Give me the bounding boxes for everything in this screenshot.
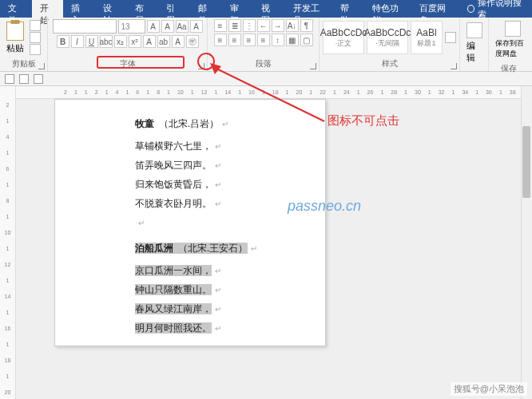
cut-icon[interactable]: [30, 20, 41, 31]
annotation-callout: 图标不可点击: [328, 113, 399, 128]
bullets-icon[interactable]: ≡: [214, 19, 227, 32]
font-color-icon[interactable]: A: [172, 35, 185, 48]
change-case-icon[interactable]: Aa: [176, 20, 189, 33]
clipboard-launcher-icon[interactable]: [38, 63, 45, 69]
qat-undo-icon[interactable]: [19, 74, 29, 84]
tell-me-search[interactable]: 操作说明搜索: [459, 0, 532, 18]
poem1-line1: 草铺横野六七里，: [135, 140, 212, 152]
cloud-save-icon: [505, 21, 521, 37]
align-center-icon[interactable]: ≡: [228, 34, 241, 46]
tab-mailings[interactable]: 邮件: [190, 0, 222, 18]
multilevel-icon[interactable]: ⋮: [243, 19, 256, 32]
underline-icon[interactable]: U: [85, 35, 98, 48]
scrollbar-thumb[interactable]: [522, 126, 530, 198]
poem2-line4: 明月何时照我还。: [135, 322, 212, 334]
lightbulb-icon: [467, 5, 474, 13]
qat-redo-icon[interactable]: [34, 74, 43, 84]
poem2-line1: 京口瓜洲一水间，: [135, 265, 212, 276]
find-icon: [466, 22, 482, 38]
tab-review[interactable]: 审阅: [222, 0, 254, 18]
poem1-line3: 归来饱饭黄昏后，: [135, 179, 212, 190]
strike-icon[interactable]: abc: [100, 35, 113, 48]
svg-line-0: [215, 68, 324, 121]
styles-more-icon[interactable]: [445, 32, 456, 43]
clear-format-icon[interactable]: A: [190, 20, 203, 33]
font-name-combo[interactable]: [53, 19, 117, 34]
tab-home[interactable]: 开始: [32, 0, 64, 18]
sort-icon[interactable]: A↓: [286, 19, 299, 32]
paste-label: 粘贴: [6, 42, 24, 54]
tab-view[interactable]: 视图: [253, 0, 285, 18]
show-marks-icon[interactable]: ¶: [300, 19, 313, 32]
numbering-icon[interactable]: ≣: [228, 19, 241, 32]
return-mark-icon: ↵: [215, 142, 221, 151]
superscript-icon[interactable]: x²: [129, 35, 141, 48]
return-mark-icon: ↵: [215, 200, 221, 208]
align-left-icon[interactable]: ≡: [214, 34, 227, 46]
enclose-icon[interactable]: ㊥: [186, 35, 199, 48]
qat-save-icon[interactable]: [5, 74, 14, 84]
vertical-ruler: 2141618110112114116118120122124126: [0, 86, 16, 399]
format-painter-icon[interactable]: [30, 44, 41, 55]
tab-file[interactable]: 文件: [0, 0, 32, 18]
tab-layout[interactable]: 布局: [127, 0, 159, 18]
return-mark-icon: ↵: [215, 161, 221, 170]
shrink-font-icon[interactable]: A: [161, 20, 174, 33]
style-heading1[interactable]: AaBl标题1: [411, 21, 443, 54]
group-label-styles: 样式: [320, 57, 459, 71]
poem1-line2: 笛弄晚风三四声。: [135, 160, 212, 171]
tab-baidu[interactable]: 百度网盘: [411, 0, 459, 18]
decrease-indent-icon[interactable]: ←: [257, 19, 270, 32]
poem-1: 牧童 （北宋.吕岩）↵ 草铺横野六七里，↵ 笛弄晚风三四声。↵ 归来饱饭黄昏后，…: [135, 114, 301, 232]
tab-references[interactable]: 引用: [158, 0, 190, 18]
style-nospacing[interactable]: AaBbCcDc·无间隔: [367, 21, 408, 54]
justify-icon[interactable]: ≡: [257, 34, 270, 46]
group-label-editing: [460, 69, 488, 71]
paste-icon: [6, 22, 24, 41]
tab-special[interactable]: 特色功能: [364, 0, 411, 18]
poem-2-selected: 泊船瓜洲 （北宋.王安石）↵ 京口瓜洲一水间，↵ 钟山只隔数重山。↵ 春风又绿江…: [135, 239, 301, 338]
ribbon-tabbar: 文件 开始 插入 设计 布局 引用 邮件 审阅 视图 开发工具 帮助 特色功能 …: [0, 0, 532, 18]
annotation-box-font: [97, 56, 185, 69]
copy-icon[interactable]: [30, 32, 41, 43]
editing-button[interactable]: 编辑: [463, 21, 486, 65]
annotation-arrow-icon: [208, 61, 328, 125]
tab-developer[interactable]: 开发工具: [285, 0, 332, 18]
group-editing: 编辑: [460, 18, 489, 71]
tab-design[interactable]: 设计: [95, 0, 127, 18]
paste-button[interactable]: 粘贴: [3, 20, 27, 56]
poem2-line3: 春风又绿江南岸，: [135, 303, 212, 314]
styles-launcher-icon[interactable]: [451, 63, 457, 69]
shading-icon[interactable]: ▦: [286, 34, 299, 46]
font-size-combo[interactable]: 13: [118, 19, 145, 34]
group-styles: AaBbCcDc·正文 AaBbCcDc·无间隔 AaBl标题1 样式: [320, 18, 460, 71]
style-normal[interactable]: AaBbCcDc·正文: [323, 21, 364, 54]
tab-insert[interactable]: 插入: [63, 0, 95, 18]
vertical-scrollbar[interactable]: [521, 86, 532, 399]
line-spacing-icon[interactable]: ↕: [272, 34, 284, 46]
document-area: 2112141618110112114116118120122124126128…: [16, 86, 532, 399]
return-mark-icon: ↵: [138, 219, 145, 227]
highlight-icon[interactable]: ab: [157, 35, 170, 48]
poem1-title: 牧童: [135, 118, 154, 129]
group-clipboard: 粘贴 剪贴板: [0, 18, 48, 71]
italic-icon[interactable]: I: [71, 35, 84, 48]
svg-marker-1: [210, 63, 221, 74]
save-baidu-label: 保存到百度网盘: [495, 38, 530, 59]
poem1-line4: 不脱蓑衣卧月明。: [135, 198, 212, 209]
increase-indent-icon[interactable]: →: [272, 19, 284, 32]
return-mark-icon: ↵: [215, 180, 221, 189]
tab-help[interactable]: 帮助: [332, 0, 364, 18]
align-right-icon[interactable]: ≡: [243, 34, 256, 46]
save-baidu-button[interactable]: 保存到百度网盘: [492, 19, 532, 61]
borders-icon[interactable]: ▢: [300, 34, 313, 46]
poem2-title: 泊船瓜洲: [135, 243, 173, 254]
poem2-line2: 钟山只隔数重山。: [135, 284, 212, 295]
grow-font-icon[interactable]: A: [147, 20, 160, 33]
bold-icon[interactable]: B: [57, 35, 69, 48]
text-effects-icon[interactable]: A: [143, 35, 156, 48]
group-label-clipboard: 剪贴板: [0, 57, 47, 71]
subscript-icon[interactable]: x₂: [114, 35, 127, 48]
watermark-center: passneo.cn: [288, 198, 361, 215]
page[interactable]: 牧童 （北宋.吕岩）↵ 草铺横野六七里，↵ 笛弄晚风三四声。↵ 归来饱饭黄昏后，…: [54, 99, 326, 346]
